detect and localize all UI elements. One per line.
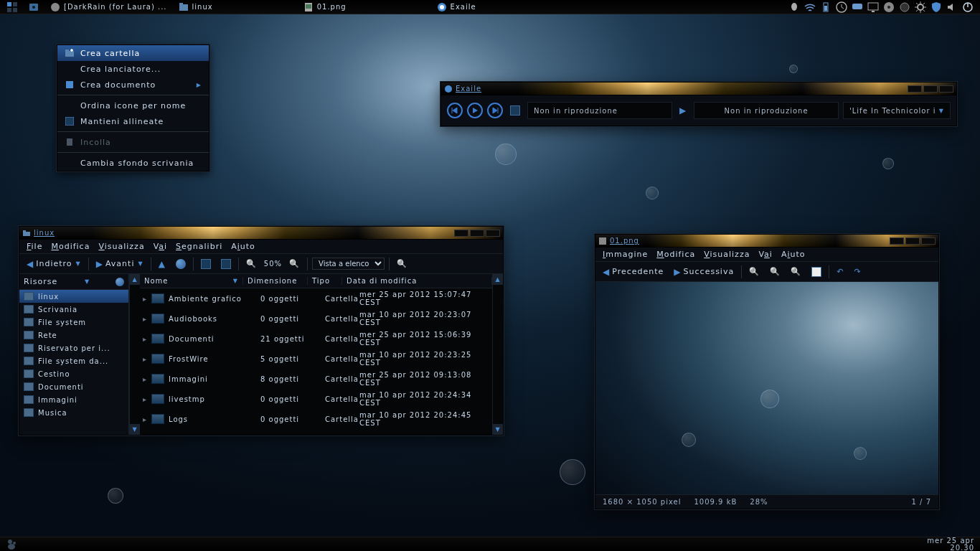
- ctx-change-wallpaper[interactable]: Cambia sfondo scrivania: [57, 155, 209, 171]
- chevron-down-icon[interactable]: ▼: [85, 278, 90, 285]
- tray-wifi-icon[interactable]: [804, 1, 816, 14]
- menu-help[interactable]: Aiuto: [781, 250, 806, 259]
- minimize-button[interactable]: [908, 85, 922, 93]
- menu-view[interactable]: Visualizza: [704, 250, 750, 259]
- next-track-button[interactable]: [487, 103, 503, 118]
- maximize-button[interactable]: [470, 230, 484, 237]
- tray-battery-icon[interactable]: [819, 1, 832, 14]
- zoom-out-button[interactable]: [767, 265, 783, 278]
- minimize-button[interactable]: [454, 230, 468, 237]
- presentation-button[interactable]: [809, 265, 824, 278]
- ctx-create-folder[interactable]: Crea cartella: [57, 45, 209, 61]
- seek-button[interactable]: ▶: [677, 104, 689, 117]
- expand-icon[interactable]: ▸: [143, 355, 149, 363]
- tray-disc-icon[interactable]: [882, 1, 895, 14]
- place-item[interactable]: File system: [19, 316, 128, 329]
- expand-icon[interactable]: ▸: [143, 315, 149, 323]
- ctx-create-document[interactable]: Crea documento: [57, 77, 209, 93]
- search-button[interactable]: [394, 258, 410, 270]
- tray-monitor-icon[interactable]: [867, 1, 880, 14]
- col-type[interactable]: Tipo: [308, 277, 342, 285]
- prev-track-button[interactable]: [447, 103, 463, 118]
- menu-edit[interactable]: Modifica: [656, 250, 695, 259]
- place-item[interactable]: Cestino: [19, 367, 128, 380]
- taskbar-item-linux[interactable]: linux: [174, 1, 217, 13]
- reload-button[interactable]: [218, 258, 234, 270]
- scroll-up-button[interactable]: ▲: [130, 274, 140, 285]
- exaile-titlebar[interactable]: Exaile: [441, 83, 956, 95]
- up-button[interactable]: ▲: [156, 258, 169, 270]
- col-modified[interactable]: Data di modifica: [342, 277, 492, 285]
- zoom-in-button[interactable]: [286, 258, 303, 270]
- tray-volume-icon[interactable]: [946, 1, 958, 14]
- file-row[interactable]: ▸Ambiente grafico0 oggettiCartellamer 25…: [140, 288, 492, 309]
- menu-go[interactable]: Vai: [758, 250, 772, 259]
- ctx-create-launcher[interactable]: Crea lanciatore...: [57, 61, 209, 77]
- menu-view[interactable]: Visualizza: [98, 242, 144, 251]
- place-item[interactable]: linux: [19, 290, 128, 303]
- file-row[interactable]: ▸livestmp0 oggettiCartellamar 10 apr 201…: [140, 389, 492, 409]
- expand-icon[interactable]: ▸: [143, 295, 149, 303]
- expand-icon[interactable]: ▸: [143, 415, 149, 423]
- file-row[interactable]: ▸Immagini8 oggettiCartellamer 25 apr 201…: [140, 369, 492, 389]
- taskbar-item-darkrain[interactable]: [DarkRain (for Laura) ...: [46, 1, 171, 13]
- view-mode-select[interactable]: Vista a elenco: [312, 258, 385, 270]
- place-item[interactable]: Immagini: [19, 393, 128, 406]
- taskbar-item-exaile[interactable]: Exaile: [433, 1, 481, 13]
- gnome-menu-button[interactable]: [6, 539, 20, 550]
- taskbar-item-01png[interactable]: 01.png: [299, 1, 351, 13]
- image-canvas[interactable]: [595, 282, 938, 494]
- clock[interactable]: mer 25 apr 20.30: [927, 537, 974, 552]
- place-item[interactable]: Rete: [19, 329, 128, 342]
- tray-record-icon[interactable]: [898, 1, 911, 14]
- tray-power-icon[interactable]: [961, 1, 974, 14]
- tray-update-icon[interactable]: [835, 1, 848, 14]
- close-button[interactable]: [921, 237, 936, 245]
- menu-edit[interactable]: Modifica: [51, 242, 90, 251]
- menu-help[interactable]: Aiuto: [231, 242, 255, 251]
- imageviewer-titlebar[interactable]: 01.png: [595, 235, 938, 248]
- ctx-sort-by-name[interactable]: Ordina icone per nome: [57, 98, 209, 113]
- playlist-button[interactable]: [507, 104, 523, 117]
- menu-go[interactable]: Vai: [154, 242, 167, 251]
- tray-shield-icon[interactable]: [930, 1, 943, 14]
- tray-apple-icon[interactable]: [788, 1, 801, 14]
- next-image-button[interactable]: ▶Successiva: [671, 265, 737, 278]
- col-name[interactable]: Nome▼: [140, 277, 243, 285]
- track-title[interactable]: 'Life In Technicolor i▼: [843, 102, 951, 119]
- home-button[interactable]: [173, 258, 189, 270]
- scroll-up-button[interactable]: ▲: [493, 274, 503, 285]
- rotate-ccw-button[interactable]: ↶: [834, 265, 847, 278]
- back-button[interactable]: ◀Indietro▼: [24, 258, 84, 270]
- rotate-cw-button[interactable]: ↷: [851, 265, 864, 278]
- menu-image[interactable]: Immagine: [603, 250, 648, 259]
- place-item[interactable]: File system da...: [19, 354, 128, 367]
- track-progress[interactable]: Non in riproduzione: [694, 102, 839, 119]
- file-row[interactable]: ▸Audiobooks0 oggettiCartellamar 10 apr 2…: [140, 309, 492, 329]
- globe-icon[interactable]: [116, 278, 124, 286]
- expand-icon[interactable]: ▸: [143, 375, 149, 383]
- place-item[interactable]: Riservato per i...: [19, 342, 128, 354]
- play-button[interactable]: [467, 103, 483, 118]
- file-row[interactable]: ▸FrostWire5 oggettiCartellamar 10 apr 20…: [140, 349, 492, 369]
- tray-chat-icon[interactable]: [851, 1, 864, 14]
- place-item[interactable]: Documenti: [19, 380, 128, 393]
- menu-file[interactable]: File: [27, 242, 42, 251]
- filemanager-titlebar[interactable]: linux: [19, 227, 503, 240]
- scroll-down-button[interactable]: ▼: [493, 424, 503, 435]
- scroll-down-button[interactable]: ▼: [130, 424, 140, 435]
- maximize-button[interactable]: [923, 85, 938, 93]
- expand-icon[interactable]: ▸: [143, 395, 149, 403]
- computer-button[interactable]: [198, 258, 214, 270]
- zoom-in-button[interactable]: [746, 265, 763, 278]
- close-button[interactable]: [486, 230, 500, 237]
- minimize-button[interactable]: [890, 237, 904, 245]
- forward-button[interactable]: ▶Avanti▼: [93, 258, 146, 270]
- prev-image-button[interactable]: ◀Precedente: [600, 265, 666, 278]
- ctx-keep-aligned[interactable]: Mantieni allineate: [57, 113, 209, 129]
- close-button[interactable]: [939, 85, 953, 93]
- place-item[interactable]: Musica: [19, 406, 128, 419]
- taskbar-item-media[interactable]: [24, 1, 43, 13]
- menu-bookmarks[interactable]: Segnalibri: [176, 242, 222, 251]
- col-size[interactable]: Dimensione: [243, 277, 308, 285]
